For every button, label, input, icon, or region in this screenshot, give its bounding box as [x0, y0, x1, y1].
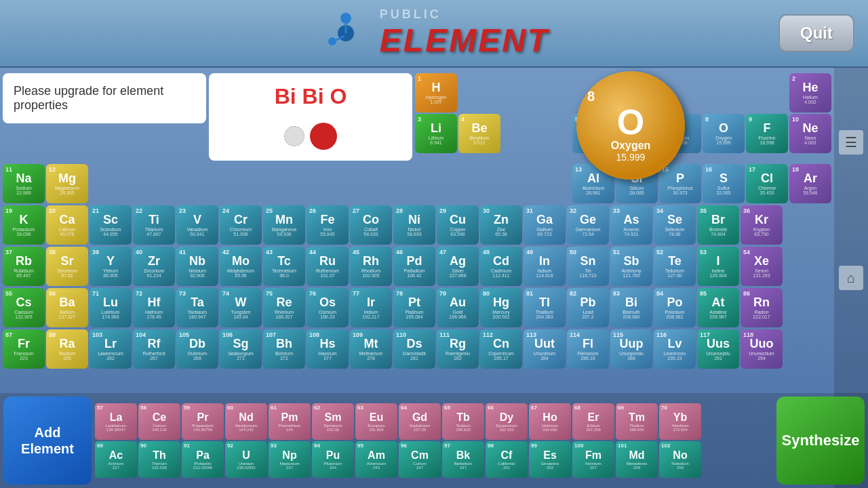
element-P[interactable]: 15 P Phosphorus 30.973	[659, 164, 701, 203]
element-Tm[interactable]: 69 Tm Thulium 168.934	[616, 403, 658, 440]
element-Ga[interactable]: 31 Ga Gallium 69.723	[524, 205, 566, 245]
element-Fr[interactable]: 87 Fr Francium 223	[3, 329, 45, 369]
element-Fe[interactable]: 26 Fe Iron 55.845	[307, 205, 349, 245]
element-Cu[interactable]: 29 Cu Copper 63.546	[437, 205, 479, 245]
element-Sm[interactable]: 62 Sm Samarium 150.36	[312, 403, 354, 440]
element-Er[interactable]: 68 Er Erbium 167.259	[572, 403, 614, 440]
element-Hf[interactable]: 72 Hf Hafnium 178.49	[133, 288, 175, 327]
element-Cd[interactable]: 48 Cd Cadmium 112.411	[480, 247, 522, 286]
element-Db[interactable]: 105 Db Dubnium 268	[176, 329, 218, 369]
element-Se[interactable]: 34 Se Selenium 78.96	[654, 205, 696, 245]
element-Ir[interactable]: 77 Ir Iridium 192.217	[350, 288, 392, 327]
element-Hg[interactable]: 80 Hg Mercury 200.592	[480, 288, 522, 327]
element-At[interactable]: 85 At Astatine 209.987	[697, 288, 739, 327]
element-Zn[interactable]: 30 Zn Zinc 65.38	[480, 205, 522, 245]
element-Ti[interactable]: 22 Ti Titanium 47.867	[133, 205, 175, 245]
element-Xe[interactable]: 54 Xe Xenon 131.293	[741, 247, 783, 286]
element-Ag[interactable]: 47 Ag Silver 107.868	[437, 247, 479, 286]
element-Md[interactable]: 101 Md Mendeleviu 258	[616, 441, 658, 478]
element-Co[interactable]: 27 Co Cobalt 58.933	[350, 205, 392, 245]
element-Hs[interactable]: 108 Hs Hassium 277	[307, 329, 349, 369]
element-Nb[interactable]: 41 Nb Niobium 92.906	[176, 247, 218, 286]
element-Ar[interactable]: 18 Ar Argon 39.948	[789, 164, 831, 203]
element-Lv[interactable]: 116 Lv Livermoriu 293.19	[654, 329, 696, 369]
element-Uup[interactable]: 115 Uup Ununpentiu 288	[610, 329, 652, 369]
element-Pu[interactable]: 94 Pu Plutonium 244	[312, 441, 354, 478]
element-Sg[interactable]: 106 Sg Seaborgium 271	[220, 329, 262, 369]
element-Ge[interactable]: 32 Ge Germanium 72.64	[567, 205, 609, 245]
element-Nd[interactable]: 60 Nd Neodymium 144.242	[225, 403, 267, 440]
element-Li[interactable]: 3 Li Lithium 6.941	[415, 114, 457, 153]
element-Ba[interactable]: 56 Ba Barium 137.327	[46, 288, 88, 327]
element-Gd[interactable]: 64 Gd Gadolinium 157.25	[399, 403, 441, 440]
element-He[interactable]: 2 He Helium 4.002	[789, 73, 831, 113]
element-Mg[interactable]: 12 Mg Magnesium 24.305	[46, 164, 88, 203]
element-Au[interactable]: 79 Au Gold 196.966	[437, 288, 479, 327]
element-Ho[interactable]: 67 Ho Holmium 164.930	[529, 403, 571, 440]
element-Cf[interactable]: 98 Cf Californiu 251	[486, 441, 528, 478]
element-No[interactable]: 102 No Nobelium 259	[659, 441, 701, 478]
element-Re[interactable]: 75 Re Rhenium 186.207	[263, 288, 305, 327]
element-Rf[interactable]: 104 Rf Rutherford 267	[133, 329, 175, 369]
element-Cm[interactable]: 96 Cm Curium 247	[399, 441, 441, 478]
element-Th[interactable]: 90 Th Thorium 232.038	[138, 441, 180, 478]
element-Cn[interactable]: 112 Cn Copernicum 285.17	[480, 329, 522, 369]
element-Ne[interactable]: 10 Ne Neon 4.002	[789, 114, 831, 153]
menu-icon[interactable]: ☰	[839, 130, 863, 155]
element-Cs[interactable]: 55 Cs Caesium 132.905	[3, 288, 45, 327]
synthesize-button[interactable]: Synthesize	[776, 396, 865, 485]
element-Sr[interactable]: 38 Sr Strontium 87.62	[46, 247, 88, 286]
element-Na[interactable]: 11 Na Sodium 22.989	[3, 164, 45, 203]
element-Pr[interactable]: 59 Pr Praseodymi 140.90765	[182, 403, 224, 440]
element-Kr[interactable]: 36 Kr Krypton 83.790	[741, 205, 783, 245]
element-Zr[interactable]: 40 Zr Zirconium 91.224	[133, 247, 175, 286]
element-La[interactable]: 57 La Lanthanum 138.90547	[95, 403, 137, 440]
element-Uus[interactable]: 117 Uus Ununseptiu 291	[697, 329, 739, 369]
element-Bh[interactable]: 107 Bh Bohrium 272	[263, 329, 305, 369]
element-H[interactable]: 1 H Hydrogen 1.007	[415, 73, 457, 113]
element-Be[interactable]: 4 Be Beryllium 9.012	[458, 114, 500, 153]
element-Sc[interactable]: 21 Sc Scandium 44.955	[90, 205, 132, 245]
element-Ru[interactable]: 44 Ru Ruthenium 101.07	[307, 247, 349, 286]
element-Bi[interactable]: 83 Bi Bismuth 208.980	[610, 288, 652, 327]
element-Ta[interactable]: 73 Ta Tantalum 180.947	[176, 288, 218, 327]
element-Fl[interactable]: 114 Fl Flerovium 289.19	[567, 329, 609, 369]
element-Br[interactable]: 35 Br Bromide 74.904	[697, 205, 739, 245]
element-Lr[interactable]: 103 Lr Lawrencium 262	[90, 329, 132, 369]
element-V[interactable]: 23 V Vanadium 50.941	[176, 205, 218, 245]
element-Rh[interactable]: 45 Rh Rhodium 102.905	[350, 247, 392, 286]
element-Ac[interactable]: 89 Ac Actinium 227	[95, 441, 137, 478]
home-icon[interactable]: ⌂	[839, 266, 863, 290]
element-Ni[interactable]: 28 Ni Nickel 58.693	[393, 205, 435, 245]
element-In[interactable]: 49 In Indium 114.818	[524, 247, 566, 286]
element-K[interactable]: 19 K Potassium 39.098	[3, 205, 45, 245]
element-Es[interactable]: 99 Es Einsteiniu 252	[529, 441, 571, 478]
element-O[interactable]: 8 O Oxygen 15.999	[703, 114, 745, 153]
add-element-button[interactable]: Add Element	[3, 396, 92, 485]
element-Mn[interactable]: 25 Mn Manganese 54.938	[263, 205, 305, 245]
element-Y[interactable]: 39 Y Yttrium 88.905	[90, 247, 132, 286]
element-Rn[interactable]: 86 Rn Radon 222.017	[741, 288, 783, 327]
element-S[interactable]: 16 S Sulfur 32.065	[703, 164, 745, 203]
element-Yb[interactable]: 70 Yb Ytterbium 173.054	[659, 403, 701, 440]
element-Sb[interactable]: 51 Sb Antimony 121.760	[610, 247, 652, 286]
element-Am[interactable]: 95 Am Americium 243	[355, 441, 397, 478]
element-Rb[interactable]: 37 Rb Rubidium 85.467	[3, 247, 45, 286]
element-Po[interactable]: 84 Po Polonium 208.982	[654, 288, 696, 327]
element-Ce[interactable]: 58 Ce Cerium 140.116	[138, 403, 180, 440]
element-Te[interactable]: 52 Te Tellurium 127.60	[654, 247, 696, 286]
element-Ra[interactable]: 88 Ra Radium 226	[46, 329, 88, 369]
element-Pb[interactable]: 82 Pb Lead 207.2	[567, 288, 609, 327]
element-Lu[interactable]: 71 Lu Lutetium 174.966	[90, 288, 132, 327]
element-F[interactable]: 9 F Fluorine 18.998	[746, 114, 788, 153]
element-U[interactable]: 92 U Uranium 238.02891	[225, 441, 267, 478]
element-Cl[interactable]: 17 Cl Chlorine 35.453	[746, 164, 788, 203]
element-Pa[interactable]: 91 Pa Protactini 231.03588	[182, 441, 224, 478]
element-Eu[interactable]: 63 Eu Europium 151.964	[355, 403, 397, 440]
element-W[interactable]: 74 W Tungsten 183.84	[220, 288, 262, 327]
element-Sn[interactable]: 50 Sn Tin 118.710	[567, 247, 609, 286]
element-Mo[interactable]: 42 Mo Molybdenum 95.96	[220, 247, 262, 286]
element-Tc[interactable]: 43 Tc Technetium 98.0	[263, 247, 305, 286]
element-Ds[interactable]: 110 Ds Darmstadti 281	[393, 329, 435, 369]
element-Pd[interactable]: 46 Pd Palladium 106.42	[393, 247, 435, 286]
